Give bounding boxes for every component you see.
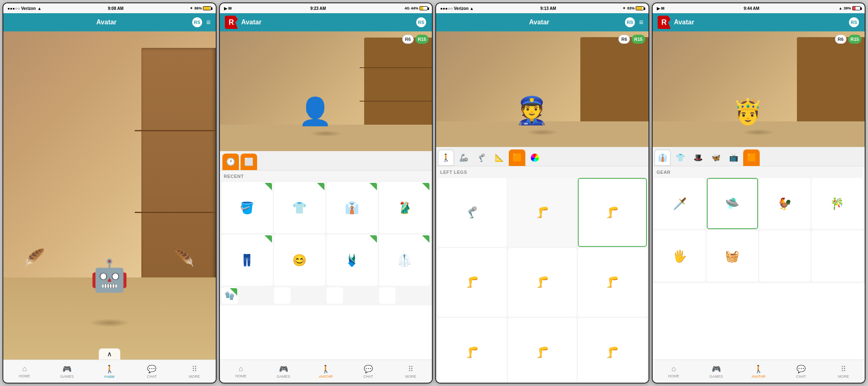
r15-badge-2[interactable]: R15 xyxy=(415,35,429,44)
games-label-2: GAMES xyxy=(277,374,290,379)
item-7-3[interactable]: 🦵 xyxy=(438,318,507,384)
tab-gear-4[interactable]: 🟧 xyxy=(743,149,760,166)
nav-avatar-1[interactable]: 🚶 Avatar xyxy=(88,365,131,379)
item-basket-4[interactable]: 🧺 xyxy=(707,230,758,282)
item-8-2[interactable]: 🥼 xyxy=(379,234,430,286)
tab-right-arm-3[interactable]: 🦿 xyxy=(473,149,490,166)
item-1-2[interactable]: 🪣 xyxy=(222,182,273,233)
item-9-3[interactable]: 🦵 xyxy=(578,318,647,384)
nav-home-2[interactable]: ⌂ HOME xyxy=(220,365,262,378)
tab-recent-2[interactable]: 🕐 xyxy=(222,154,239,170)
item-stick-4[interactable]: 🎋 xyxy=(812,178,863,229)
category-tabs-4: 👔 👕 🎩 🦋 📺 🟧 xyxy=(653,147,865,166)
nav-home-1[interactable]: ⌂ HOME xyxy=(3,365,46,378)
item-empty1-4[interactable] xyxy=(759,230,811,282)
item-7-2[interactable]: 🩱 xyxy=(327,234,378,286)
item-9-2[interactable]: 🧤 xyxy=(222,287,238,304)
nav-chat-4[interactable]: 💬 CHAT xyxy=(780,365,823,379)
rs-badge-3[interactable]: RS xyxy=(624,17,636,28)
item-10-2[interactable] xyxy=(274,287,291,304)
tab-left-arm-3[interactable]: 🦾 xyxy=(455,149,472,166)
r15-badge-4[interactable]: R15 xyxy=(848,35,861,44)
app-container: ●●●○○ Verizon ▲ 9:08 AM ✦ 86% Avatar RS … xyxy=(0,0,868,386)
rs-badge-4[interactable]: RS xyxy=(848,17,860,28)
tab-legs-3[interactable]: 🟧 xyxy=(509,149,525,166)
item-5-3[interactable]: 🦵 xyxy=(508,248,577,317)
expand-btn-1[interactable]: ∧ xyxy=(99,348,120,360)
nav-more-4[interactable]: ⠿ MORE xyxy=(822,365,865,379)
nav-avatar-2[interactable]: 🚶 AVATAR xyxy=(305,365,347,379)
tab-wings-4[interactable]: 🦋 xyxy=(708,149,724,166)
item-empty2-4[interactable] xyxy=(812,230,863,282)
menu-icon-1[interactable]: ≡ xyxy=(206,18,211,27)
phone-2: ▶ ✉ 9:23 AM 4G 44% R Avatar RS xyxy=(219,2,433,384)
items-grid-3: 🦿 🦵 🦵 🦵 🦵 🦵 🦵 🦵 🦵 🦵 🦵 🦵 xyxy=(436,176,649,384)
battery-2 xyxy=(420,6,428,10)
chat-label-2: CHAT xyxy=(363,374,373,379)
section-label-2: RECENT xyxy=(220,171,432,180)
item-8-3[interactable]: 🦵 xyxy=(508,318,577,384)
nav-games-1[interactable]: 🎮 GAMES xyxy=(46,365,88,379)
more-icon-4: ⠿ xyxy=(841,365,846,374)
item-2-2[interactable]: 👕 xyxy=(274,182,325,233)
time-2: 9:23 AM xyxy=(310,6,326,11)
tab-hat-4[interactable]: 🎩 xyxy=(690,149,706,166)
item-6-2[interactable]: 😊 xyxy=(274,234,325,286)
r6-badge-4[interactable]: R6 xyxy=(835,35,847,44)
avatar-label-4: AVATAR xyxy=(752,374,765,379)
nav-more-2[interactable]: ⠿ MORE xyxy=(389,365,432,379)
section-label-3: LEFT LEGS xyxy=(436,166,649,176)
tab-category-2[interactable]: ⬜ xyxy=(241,154,257,170)
r6-badge-3[interactable]: R6 xyxy=(618,35,630,44)
lte-4: ▲ xyxy=(839,6,842,10)
header-2: R Avatar RS xyxy=(220,13,432,31)
header-title-4: Avatar xyxy=(674,19,694,26)
tab-body-3[interactable]: 🚶 xyxy=(438,149,454,166)
battery-4 xyxy=(852,6,861,10)
item-12-2[interactable] xyxy=(379,287,396,304)
item-hand-4[interactable]: 🖐️ xyxy=(654,230,706,282)
r6-badge-2[interactable]: R6 xyxy=(402,35,414,44)
floor-shadow-3 xyxy=(526,129,559,135)
item-chicken-4[interactable]: 🐓 xyxy=(759,178,811,229)
floor-shadow-1 xyxy=(89,319,130,327)
nav-games-2[interactable]: 🎮 GAMES xyxy=(262,365,305,379)
item-11-2[interactable] xyxy=(327,287,343,304)
avatar-scene-3: R6 R15 👮 xyxy=(436,31,649,147)
rs-badge-1[interactable]: RS xyxy=(191,17,203,28)
games-label-1: GAMES xyxy=(60,374,74,379)
avatar-icon-4: 🚶 xyxy=(754,365,763,374)
item-shield-4[interactable]: 🛸 xyxy=(707,178,758,229)
r15-badge-3[interactable]: R15 xyxy=(632,35,645,44)
item-6-3[interactable]: 🦵 xyxy=(578,248,647,317)
avatar-scene-4: R6 R15 🤴 xyxy=(653,31,865,147)
items-grid-2: 🪣 👕 👔 🥻 👖 😊 🩱 🥼 xyxy=(220,180,432,287)
phone-3: ●●●○○ Verizon ▲ 9:13 AM ✦ 83% Avatar RS … xyxy=(435,2,649,384)
item-4-2[interactable]: 🥻 xyxy=(379,182,430,233)
nav-chat-2[interactable]: 💬 CHAT xyxy=(347,365,390,379)
item-2-3[interactable]: 🦵 xyxy=(508,178,577,247)
bottom-nav-1: ⌂ HOME 🎮 GAMES 🚶 Avatar 💬 CHAT ⠿ MORE xyxy=(3,360,216,383)
tab-color-3[interactable] xyxy=(527,149,543,166)
tab-torso-3[interactable]: 📐 xyxy=(491,149,508,166)
nav-chat-1[interactable]: 💬 CHAT xyxy=(131,365,173,379)
more-icon-1: ⠿ xyxy=(192,365,197,374)
item-5-2[interactable]: 👖 xyxy=(222,234,273,286)
menu-icon-3[interactable]: ≡ xyxy=(639,18,644,27)
nav-more-1[interactable]: ⠿ MORE xyxy=(173,365,216,379)
item-4-3[interactable]: 🦵 xyxy=(438,248,507,317)
status-left-4: ▶ ✉ xyxy=(657,6,665,11)
more-label-1: MORE xyxy=(189,374,200,379)
tab-tshirt-4[interactable]: 👕 xyxy=(672,149,689,166)
tab-face-4[interactable]: 📺 xyxy=(725,149,742,166)
nav-games-4[interactable]: 🎮 GAMES xyxy=(695,365,737,379)
nav-home-4[interactable]: ⌂ HOME xyxy=(653,365,695,378)
rs-badge-2[interactable]: RS xyxy=(415,17,427,28)
section-label-4: GEAR xyxy=(653,166,865,176)
nav-avatar-4[interactable]: 🚶 AVATAR xyxy=(737,365,780,379)
item-3-3[interactable]: 🦵 xyxy=(578,178,647,247)
tab-shirt-4[interactable]: 👔 xyxy=(654,149,671,166)
item-sword-4[interactable]: 🗡️ xyxy=(654,178,706,229)
item-1-3[interactable]: 🦿 xyxy=(438,178,507,247)
item-3-2[interactable]: 👔 xyxy=(327,182,378,233)
